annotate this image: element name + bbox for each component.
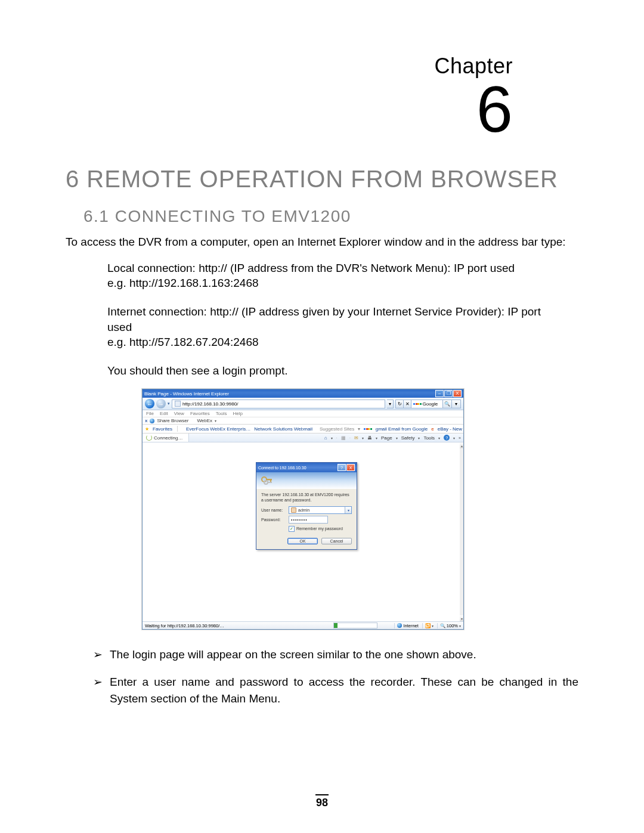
google-icon (364, 428, 372, 430)
favorites-star-icon[interactable]: ★ (145, 426, 149, 432)
ie-titlebar: Blank Page - Windows Internet Explorer –… (143, 389, 463, 398)
globe-icon (150, 419, 154, 423)
refresh-button[interactable]: ↻ (395, 400, 404, 408)
chevron-down-icon[interactable]: ▾ (362, 436, 364, 440)
mail-icon[interactable]: ✉ (354, 435, 358, 441)
cmd-safety[interactable]: Safety (401, 435, 415, 441)
webex-dropdown-icon[interactable]: ▾ (215, 419, 216, 423)
minimize-button[interactable]: – (435, 390, 444, 397)
username-input[interactable]: admin ▾ (289, 506, 352, 514)
ie-window-title: Blank Page - Windows Internet Explorer (144, 391, 435, 397)
zoom-icon[interactable]: 🔍 (440, 623, 445, 628)
auth-dialog: Connect to 192.168.10.30 ? X (256, 462, 357, 550)
google-icon (413, 403, 422, 405)
menu-file[interactable]: File (146, 411, 154, 416)
password-input[interactable]: •••••••• (289, 516, 328, 524)
ok-button[interactable]: OK (287, 538, 318, 544)
menu-tools[interactable]: Tools (216, 411, 227, 416)
home-icon[interactable]: ⌂ (324, 435, 327, 441)
feed-icon[interactable]: ▦ (341, 435, 346, 441)
chevron-down-icon[interactable]: ▾ (396, 436, 398, 440)
share-browser-label: Share Browser (157, 418, 188, 423)
separator: · (336, 435, 338, 441)
tab-connecting[interactable]: Connecting… (143, 433, 189, 442)
chevron-down-icon[interactable]: ▾ (358, 426, 360, 432)
screenshot-ie-window: Blank Page - Windows Internet Explorer –… (142, 389, 464, 630)
remember-checkbox[interactable]: ✓ Remember my password (289, 526, 352, 532)
scroll-down-button[interactable]: ▾ (460, 615, 463, 621)
chapter-heading: Chapter 6 (66, 54, 513, 142)
fav-link-3[interactable]: Suggested Sites (320, 426, 354, 432)
print-icon[interactable]: 🖶 (367, 435, 372, 441)
fav-link-1[interactable]: EverFocus WebEx Enterpris… (186, 426, 250, 432)
chevron-down-icon[interactable]: ▾ (376, 436, 377, 440)
intro-paragraph: To access the DVR from a computer, open … (66, 234, 578, 250)
close-button[interactable]: X (453, 390, 462, 397)
forward-button[interactable]: → (156, 399, 166, 408)
chevron-down-icon[interactable]: ▾ (432, 624, 434, 628)
ie-status-bar: Waiting for http://192.168.10.30:9980/… … (143, 621, 463, 629)
auth-titlebar: Connect to 192.168.10.30 ? X (256, 463, 357, 472)
chevron-down-icon[interactable]: ▾ (453, 436, 455, 440)
zone-label: Internet (403, 623, 418, 628)
ie-menu-bar: File Edit View Favorites Tools Help (143, 410, 463, 417)
maximize-button[interactable]: ❐ (444, 390, 453, 397)
url-dropdown[interactable]: ▾ (387, 400, 394, 408)
username-dropdown[interactable]: ▾ (345, 507, 351, 513)
remember-label: Remember my password (296, 527, 343, 531)
menu-view[interactable]: View (174, 411, 184, 416)
progress-bar (333, 623, 377, 628)
auth-title-text: Connect to 192.168.10.30 (258, 466, 337, 470)
stop-button[interactable]: ✕ (404, 400, 411, 408)
menu-help[interactable]: Help (233, 411, 242, 416)
chevron-down-icon[interactable]: ▾ (331, 436, 333, 440)
favorites-label: Favorites (153, 426, 172, 432)
heading-2: 6.1 CONNECTING TO EMV1200 (83, 207, 578, 226)
internet-zone-icon (397, 623, 402, 628)
close-icon[interactable]: x (145, 418, 147, 423)
fav-link-2[interactable]: Network Solutions Webmail (254, 426, 312, 432)
ie-address-bar: ← → ▾ http://192.168.10.30:9980/ ▾ ↻ ✕ G… (143, 398, 463, 410)
cmd-page[interactable]: Page (381, 435, 392, 441)
overflow-icon[interactable]: » (459, 436, 461, 440)
spinner-icon (146, 435, 152, 441)
protected-mode-icon[interactable]: 🔁 (425, 623, 431, 628)
nav-dropdown-icon[interactable]: ▾ (168, 401, 170, 406)
local-connection-paragraph: Local connection: http:// (IP address fr… (107, 261, 561, 291)
bullet-arrow-icon: ➢ (93, 674, 110, 707)
help-icon[interactable]: ? (444, 435, 450, 441)
ie-viewport: ▴ ▾ Connect to 192.168.10.30 ? X (143, 442, 463, 621)
fav-link-5[interactable]: eBay - New & used electroni… (438, 426, 463, 432)
scroll-up-button[interactable]: ▴ (460, 442, 463, 448)
ie-command-bar: ⌂▾ · ▦ · ✉▾ 🖶▾ Page▾ Safety▾ Tools▾ ?▾ » (322, 433, 463, 442)
ie-share-toolbar: x Share Browser WebEx ▾ (143, 417, 463, 425)
svg-rect-4 (267, 482, 272, 483)
keys-icon (260, 475, 274, 487)
search-go-button[interactable]: 🔍 (443, 400, 452, 408)
document-page: Chapter 6 6 REMOTE OPERATION FROM BROWSE… (0, 0, 644, 833)
fav-link-4[interactable]: gmail Email from Google (376, 426, 428, 432)
page-number-value: 98 (316, 797, 328, 809)
cancel-button[interactable]: Cancel (321, 538, 352, 544)
zoom-dropdown-icon[interactable]: ▾ (459, 624, 461, 628)
back-button[interactable]: ← (145, 399, 154, 408)
chevron-down-icon[interactable]: ▾ (418, 436, 420, 440)
bullet-arrow-icon: ➢ (93, 646, 110, 663)
separator: · (349, 435, 351, 441)
page-number: 98 (0, 794, 644, 809)
url-input[interactable]: http://192.168.10.30:9980/ (172, 400, 385, 408)
cmd-tools[interactable]: Tools (423, 435, 435, 441)
close-button[interactable]: X (346, 464, 355, 471)
menu-edit[interactable]: Edit (160, 411, 168, 416)
help-button[interactable]: ? (338, 464, 346, 471)
search-dropdown[interactable]: ▾ (452, 400, 461, 408)
search-box: ↻ ✕ Google 🔍 ▾ (395, 400, 461, 408)
menu-favorites[interactable]: Favorites (190, 411, 210, 416)
bullet-list: ➢ The login page will appear on the scre… (93, 646, 578, 707)
webex-label[interactable]: WebEx (197, 418, 212, 423)
search-input[interactable]: Google (411, 400, 443, 408)
zoom-value: 100% (447, 623, 458, 628)
checkbox-icon: ✓ (289, 526, 295, 532)
chevron-down-icon[interactable]: ▾ (438, 436, 440, 440)
internet-connection-paragraph: Internet connection: http:// (IP address… (107, 304, 561, 350)
